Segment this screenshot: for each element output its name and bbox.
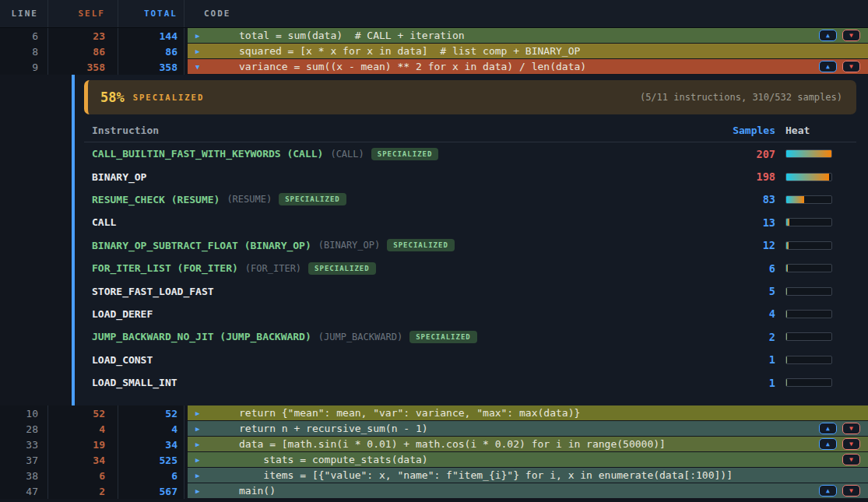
- code-cell[interactable]: ▶ items = [{"value": x, "name": f"item_{…: [188, 468, 868, 483]
- instruction-name: JUMP_BACKWARD_NO_JIT (JUMP_BACKWARD): [92, 331, 311, 342]
- line-number: 47: [0, 483, 48, 499]
- instruction-name: BINARY_OP: [92, 171, 146, 183]
- row-buttons: ▲ ▼: [819, 485, 868, 497]
- heat-bar: [785, 149, 832, 158]
- table-row: 47 2 567 ▶ main() ▲ ▼: [0, 483, 868, 499]
- heat-bar: [785, 264, 832, 272]
- table-row: 33 19 34 ▶ data = [math.sin(i * 0.01) + …: [0, 437, 868, 452]
- row-buttons: ▼: [842, 454, 868, 465]
- instruction-name: RESUME_CHECK (RESUME): [92, 194, 220, 205]
- code-cell[interactable]: ▶ return {"mean": mean, "var": variance,…: [188, 405, 868, 420]
- expand-toggle-icon[interactable]: ▶: [188, 409, 206, 417]
- heat-bar-fill: [786, 219, 789, 226]
- code-text: main(): [239, 485, 276, 497]
- instruction-base-opcode: (RESUME): [227, 194, 272, 205]
- column-header-samples[interactable]: Samples: [713, 125, 775, 136]
- line-number: 28: [0, 421, 48, 437]
- self-samples: 6: [48, 468, 118, 483]
- expand-toggle-icon[interactable]: ▶: [188, 47, 206, 55]
- total-samples: 358: [118, 59, 184, 75]
- code-text: variance = sum((x - mean) ** 2 for x in …: [239, 61, 586, 72]
- heat-bar-fill: [786, 196, 804, 203]
- instruction-row: BINARY_OP_SUBTRACT_FLOAT (BINARY_OP) (BI…: [75, 234, 868, 257]
- column-header-heat[interactable]: Heat: [785, 125, 832, 136]
- instruction-row: CALL 13: [75, 211, 868, 233]
- specialization-panel: 58% SPECIALIZED (5/11 instructions, 310/…: [0, 75, 868, 405]
- table-row: 38 6 6 ▶ items = [{"value": x, "name": f…: [0, 468, 868, 483]
- total-samples: 86: [118, 44, 184, 59]
- expand-toggle-icon[interactable]: ▶: [188, 456, 206, 464]
- move-down-button[interactable]: ▼: [842, 438, 860, 450]
- heat-bar: [785, 218, 832, 226]
- instruction-name: LOAD_DEREF: [92, 308, 153, 320]
- instruction-base-opcode: (FOR_ITER): [245, 263, 301, 274]
- heat-bar-fill: [786, 265, 788, 272]
- line-number: 33: [0, 437, 48, 452]
- self-samples: 19: [48, 437, 118, 452]
- expand-toggle-icon[interactable]: ▶: [188, 32, 206, 40]
- move-up-button[interactable]: ▲: [819, 485, 837, 497]
- total-samples: 4: [118, 421, 184, 437]
- column-header-instruction[interactable]: Instruction: [92, 125, 713, 136]
- heat-bar: [785, 195, 832, 204]
- expand-toggle-icon[interactable]: ▶: [188, 487, 206, 495]
- heat-bar: [785, 332, 832, 341]
- expand-toggle-icon[interactable]: ▼: [188, 63, 206, 71]
- move-up-button[interactable]: ▲: [819, 61, 837, 72]
- move-down-button[interactable]: ▼: [842, 61, 860, 72]
- code-cell[interactable]: ▶ squared = [x * x for x in data] # list…: [188, 44, 868, 58]
- self-samples: 34: [48, 452, 118, 468]
- total-samples: 525: [118, 452, 184, 468]
- instruction-name-group: CALL_BUILTIN_FAST_WITH_KEYWORDS (CALL) (…: [92, 148, 713, 160]
- move-up-button[interactable]: ▲: [819, 30, 837, 41]
- move-down-button[interactable]: ▼: [842, 454, 860, 465]
- heat-bar-fill: [786, 242, 789, 249]
- code-cell[interactable]: ▶ data = [math.sin(i * 0.01) + math.cos(…: [188, 437, 868, 451]
- table-row: 9 358 358 ▼ variance = sum((x - mean) **…: [0, 59, 868, 75]
- move-up-button[interactable]: ▲: [819, 438, 837, 450]
- code-cell[interactable]: ▶ total = sum(data) # CALL + iteration ▲…: [188, 28, 868, 43]
- code-text: squared = [x * x for x in data] # list c…: [239, 45, 580, 57]
- code-cell[interactable]: ▶ return n + recursive_sum(n - 1) ▲ ▼: [188, 421, 868, 436]
- instruction-base-opcode: (BINARY_OP): [318, 240, 380, 251]
- total-samples: 144: [118, 28, 184, 44]
- row-buttons: ▲ ▼: [819, 30, 868, 41]
- samples-value: 13: [713, 216, 775, 229]
- samples-value: 12: [713, 239, 775, 251]
- specialized-badge: SPECIALIZED: [409, 331, 477, 343]
- instruction-name: CALL: [92, 216, 116, 228]
- specialized-summary-banner: 58% SPECIALIZED (5/11 instructions, 310/…: [84, 80, 856, 114]
- heat-bar-fill: [786, 356, 787, 363]
- move-down-button[interactable]: ▼: [842, 30, 860, 41]
- move-down-button[interactable]: ▼: [842, 423, 860, 434]
- expand-toggle-icon[interactable]: ▶: [188, 425, 206, 433]
- column-header-line[interactable]: LINE: [0, 0, 48, 27]
- specialized-badge: SPECIALIZED: [387, 239, 455, 251]
- self-samples: 2: [48, 483, 118, 499]
- instruction-name: CALL_BUILTIN_FAST_WITH_KEYWORDS (CALL): [92, 148, 323, 160]
- line-number: 9: [0, 59, 48, 75]
- code-cell[interactable]: ▼ variance = sum((x - mean) ** 2 for x i…: [188, 59, 868, 74]
- specialized-badge: SPECIALIZED: [308, 262, 376, 275]
- instruction-row: JUMP_BACKWARD_NO_JIT (JUMP_BACKWARD) (JU…: [75, 325, 868, 348]
- expand-toggle-icon[interactable]: ▶: [188, 472, 206, 479]
- column-header-code[interactable]: CODE: [188, 9, 868, 19]
- samples-value: 5: [713, 285, 775, 297]
- move-up-button[interactable]: ▲: [819, 423, 837, 434]
- code-cell[interactable]: ▶ stats = compute_stats(data) ▼: [188, 452, 868, 467]
- samples-value: 1: [713, 353, 775, 366]
- samples-value: 83: [713, 193, 775, 205]
- expand-toggle-icon[interactable]: ▶: [188, 441, 206, 448]
- instruction-row: BINARY_OP 198: [75, 165, 868, 188]
- row-buttons: ▲ ▼: [819, 423, 868, 434]
- code-text: return n + recursive_sum(n - 1): [239, 423, 428, 434]
- self-samples: 358: [48, 59, 118, 75]
- instruction-row: LOAD_SMALL_INT 1: [75, 371, 868, 394]
- column-header-self[interactable]: SELF: [48, 0, 118, 27]
- move-down-button[interactable]: ▼: [842, 485, 860, 497]
- code-cell[interactable]: ▶ main() ▲ ▼: [188, 483, 868, 498]
- profiler-window: LINE SELF TOTAL CODE 6 23 144 ▶ total = …: [0, 0, 868, 502]
- table-row: 37 34 525 ▶ stats = compute_stats(data) …: [0, 452, 868, 468]
- specialized-label: SPECIALIZED: [133, 93, 205, 102]
- column-header-total[interactable]: TOTAL: [118, 0, 184, 27]
